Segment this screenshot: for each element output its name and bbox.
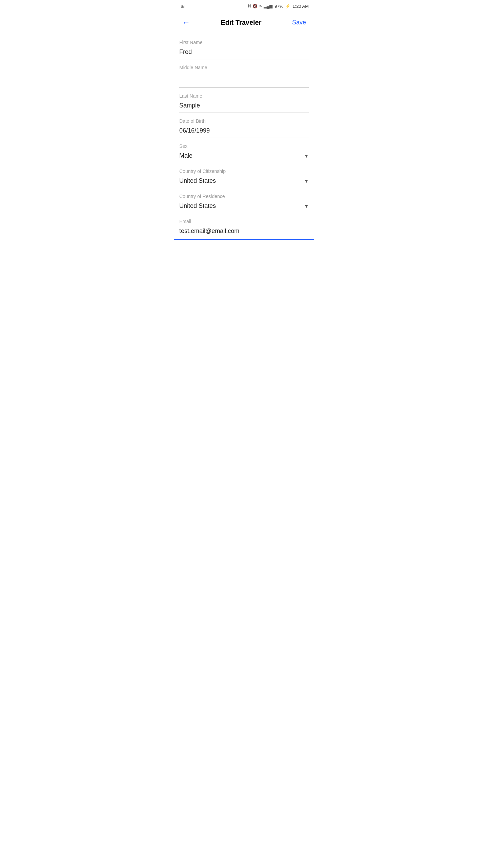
app-icon: ⊞ — [179, 3, 186, 9]
middle-name-label: Middle Name — [179, 65, 309, 70]
traveler-form: First Name Middle Name Last Name Date of… — [174, 34, 314, 240]
residence-chevron-down-icon: ▼ — [304, 203, 309, 209]
sex-label: Sex — [179, 143, 309, 149]
back-button[interactable]: ← — [179, 16, 193, 28]
last-name-input[interactable] — [179, 101, 309, 113]
citizenship-value: United States — [179, 177, 216, 184]
back-arrow-icon: ← — [182, 18, 190, 27]
citizenship-field: Country of Citizenship United States ▼ — [174, 163, 314, 188]
residence-value: United States — [179, 202, 216, 210]
signal-icon: ▂▄▆ — [264, 4, 273, 8]
citizenship-dropdown[interactable]: United States ▼ — [179, 176, 309, 188]
email-label: Email — [179, 219, 309, 224]
battery-text: 97% — [274, 4, 283, 9]
first-name-label: First Name — [179, 40, 309, 45]
last-name-label: Last Name — [179, 93, 309, 99]
status-left: ⊞ — [179, 3, 186, 9]
save-button[interactable]: Save — [289, 18, 309, 27]
sex-dropdown[interactable]: Male ▼ — [179, 151, 309, 163]
residence-dropdown[interactable]: United States ▼ — [179, 201, 309, 213]
nfc-icon: N — [248, 4, 251, 8]
dob-label: Date of Birth — [179, 118, 309, 124]
first-name-field: First Name — [174, 34, 314, 59]
dob-field: Date of Birth — [174, 113, 314, 138]
citizenship-label: Country of Citizenship — [179, 169, 309, 174]
sex-field: Sex Male ▼ — [174, 138, 314, 163]
time-display: 1:20 AM — [292, 4, 309, 9]
status-icons: N 🔇 ∿ ▂▄▆ — [248, 4, 272, 8]
mute-icon: 🔇 — [252, 4, 258, 8]
citizenship-chevron-down-icon: ▼ — [304, 178, 309, 184]
sex-value: Male — [179, 152, 192, 159]
last-name-field: Last Name — [174, 88, 314, 113]
residence-label: Country of Residence — [179, 194, 309, 199]
first-name-input[interactable] — [179, 47, 309, 59]
sex-chevron-down-icon: ▼ — [304, 153, 309, 159]
battery-icon: ⚡ — [285, 4, 290, 8]
email-field: Email — [174, 213, 314, 240]
status-bar: ⊞ N 🔇 ∿ ▂▄▆ 97% ⚡ 1:20 AM — [174, 0, 314, 12]
middle-name-field: Middle Name — [174, 59, 314, 88]
status-right: N 🔇 ∿ ▂▄▆ 97% ⚡ 1:20 AM — [248, 4, 309, 9]
dob-input[interactable] — [179, 126, 309, 138]
residence-field: Country of Residence United States ▼ — [174, 188, 314, 213]
email-input[interactable] — [179, 226, 309, 239]
page-title: Edit Traveler — [193, 19, 289, 26]
app-bar: ← Edit Traveler Save — [174, 12, 314, 34]
middle-name-input[interactable] — [179, 72, 309, 88]
wifi-icon: ∿ — [259, 4, 262, 8]
